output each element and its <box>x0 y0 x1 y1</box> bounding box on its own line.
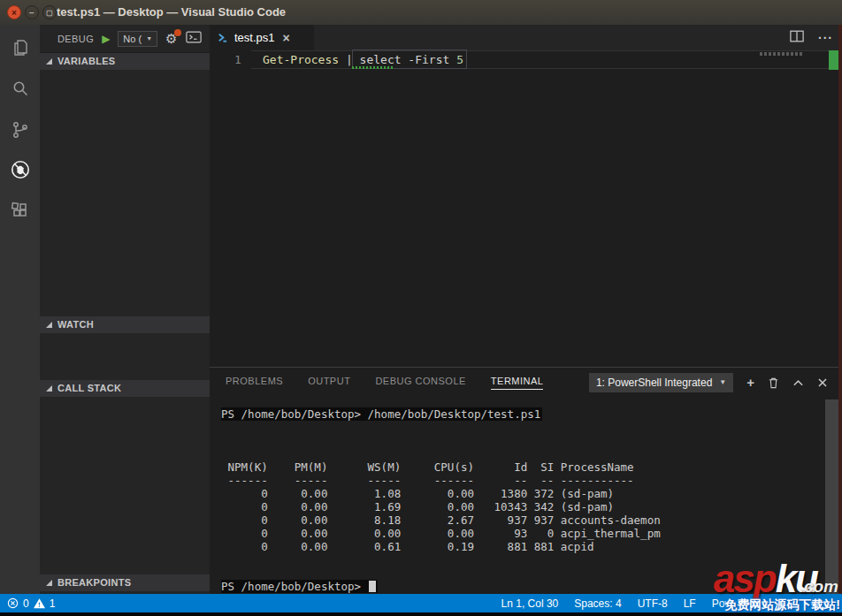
window-close-button[interactable]: × <box>7 5 21 19</box>
debug-start-button[interactable]: ▶ <box>102 33 110 45</box>
vscode-window: × − ▢ test.ps1 — Desktop — Visual Studio… <box>0 0 842 616</box>
window-minimize-button[interactable]: − <box>25 5 39 19</box>
warning-count: 1 <box>50 597 56 610</box>
right-edge-strip <box>838 25 842 594</box>
terminal-picker-value: 1: PowerShell Integrated <box>596 376 712 389</box>
bottom-strip <box>0 612 842 616</box>
title-bar: × − ▢ test.ps1 — Desktop — Visual Studio… <box>0 0 842 25</box>
terminal-line <box>221 567 829 580</box>
new-terminal-icon[interactable]: + <box>746 376 754 389</box>
chevron-down-icon: ▼ <box>146 35 152 42</box>
terminal-line <box>221 447 829 460</box>
sidebar-section-watch[interactable]: WATCH <box>40 316 210 333</box>
tab-debug-console[interactable]: DEBUG CONSOLE <box>375 376 465 389</box>
section-label: CALL STACK <box>57 383 121 393</box>
sidebar-section-breakpoints[interactable]: BREAKPOINTS <box>40 574 210 591</box>
debug-console-toggle-button[interactable] <box>186 31 202 47</box>
tab-terminal[interactable]: TERMINAL <box>491 376 544 390</box>
window-title: test.ps1 — Desktop — Visual Studio Code <box>57 0 286 25</box>
gear-notification-badge <box>174 29 181 36</box>
source-control-icon[interactable] <box>0 112 40 148</box>
kill-terminal-trash-icon[interactable] <box>768 376 779 389</box>
chevron-down-icon: ▼ <box>719 378 726 386</box>
section-label: BREAKPOINTS <box>57 577 131 588</box>
debug-toolbar: DEBUG ▶ No ( ▼ ⚙ <box>40 25 210 53</box>
tab-label: test.ps1 <box>234 31 275 44</box>
panel-tab-bar: PROBLEMS OUTPUT DEBUG CONSOLE TERMINAL 1… <box>210 368 842 397</box>
terminal-line: PS /home/bob/Desktop> /home/bob/Desktop/… <box>221 407 829 421</box>
minimap[interactable] <box>760 52 804 56</box>
line-number: 1 <box>234 50 241 69</box>
terminal-table-row: 0 0.00 1.69 0.00 10343 342 (sd-pam) <box>221 500 829 513</box>
powershell-file-icon <box>217 32 228 43</box>
terminal-prompt-line: PS /home/bob/Desktop> <box>221 580 829 593</box>
code-editor[interactable]: 1 Get-Process | select -First 5 <box>210 50 842 367</box>
terminal-cursor <box>369 581 376 592</box>
panel-controls: 1: PowerShell Integrated ▼ + <box>589 373 842 392</box>
explorer-icon[interactable] <box>0 30 40 65</box>
error-icon <box>7 597 19 609</box>
terminal-scrollbar[interactable] <box>825 399 838 594</box>
terminal-table-row: 0 0.00 1.08 0.00 1380 372 (sd-pam) <box>221 487 829 500</box>
terminal-table-row: 0 0.00 0.00 0.00 93 0 acpi_thermal_pm <box>221 527 829 540</box>
split-editor-icon[interactable] <box>790 30 804 46</box>
activity-bar <box>0 25 40 594</box>
problems-status[interactable]: 0 1 <box>7 594 55 612</box>
editor-group: test.ps1 × ··· 1 Get-Process | select -F… <box>210 25 842 367</box>
encoding-status[interactable]: UTF-8 <box>638 597 668 610</box>
language-mode-status[interactable]: Pow <box>712 597 732 610</box>
section-label: WATCH <box>57 319 94 330</box>
terminal-picker-dropdown[interactable]: 1: PowerShell Integrated ▼ <box>589 373 733 392</box>
code-text: Get-Process | select -First 5 <box>263 50 463 69</box>
tab-output[interactable]: OUTPUT <box>308 376 350 389</box>
sidebar-section-call-stack[interactable]: CALL STACK <box>40 380 210 397</box>
terminal-line <box>221 434 829 447</box>
terminal-table-header: NPM(K) PM(M) WS(M) CPU(s) Id SI ProcessN… <box>221 460 829 474</box>
sidebar-section-variables[interactable]: VARIABLES <box>40 53 210 70</box>
twistie-icon <box>46 385 52 392</box>
twistie-icon <box>46 58 52 65</box>
twistie-icon <box>46 580 52 586</box>
debug-config-dropdown[interactable]: No ( ▼ <box>118 31 157 47</box>
debug-icon[interactable] <box>0 152 40 187</box>
window-maximize-button[interactable]: ▢ <box>42 5 57 19</box>
terminal-table-row: 0 0.00 8.18 2.67 937 937 accounts-daemon <box>221 513 829 527</box>
error-count: 0 <box>23 597 29 610</box>
eol-status[interactable]: LF <box>684 597 696 610</box>
code-line-1: 1 Get-Process | select -First 5 <box>210 50 842 69</box>
terminal-line <box>221 421 829 434</box>
bottom-panel: PROBLEMS OUTPUT DEBUG CONSOLE TERMINAL 1… <box>210 367 842 594</box>
cursor-position-status[interactable]: Ln 1, Col 30 <box>501 597 559 610</box>
terminal-table-divider: ------ ----- ----- ------ -- -- --------… <box>221 474 829 487</box>
close-panel-icon[interactable] <box>817 377 828 388</box>
section-label: VARIABLES <box>57 56 115 66</box>
tab-test-ps1[interactable]: test.ps1 × <box>210 25 314 50</box>
status-bar: 0 1 Ln 1, Col 30 Spaces: 4 UTF-8 LF Pow <box>0 594 842 612</box>
status-right-group: Ln 1, Col 30 Spaces: 4 UTF-8 LF Pow <box>501 594 732 612</box>
debug-settings-gear-button[interactable]: ⚙ <box>165 32 177 45</box>
editor-tab-bar: test.ps1 × ··· <box>210 25 842 50</box>
search-icon[interactable] <box>0 71 40 106</box>
more-actions-icon[interactable]: ··· <box>818 31 833 45</box>
debug-sidebar: DEBUG ▶ No ( ▼ ⚙ VARIABLES WATCH <box>40 25 210 594</box>
debug-config-value: No ( <box>123 34 142 44</box>
twistie-icon <box>46 322 52 328</box>
warning-icon <box>34 598 45 609</box>
indentation-status[interactable]: Spaces: 4 <box>574 597 621 610</box>
tab-close-icon[interactable]: × <box>283 31 290 45</box>
maximize-panel-chevron-icon[interactable] <box>792 378 804 387</box>
debug-view-title: DEBUG <box>57 34 94 44</box>
terminal-output[interactable]: PS /home/bob/Desktop> /home/bob/Desktop/… <box>210 397 829 595</box>
terminal-line <box>221 553 829 567</box>
extensions-icon[interactable] <box>0 193 40 228</box>
editor-actions: ··· <box>790 25 833 50</box>
tab-problems[interactable]: PROBLEMS <box>226 376 283 389</box>
terminal-table-row: 0 0.00 0.61 0.19 881 881 acpid <box>221 540 829 553</box>
